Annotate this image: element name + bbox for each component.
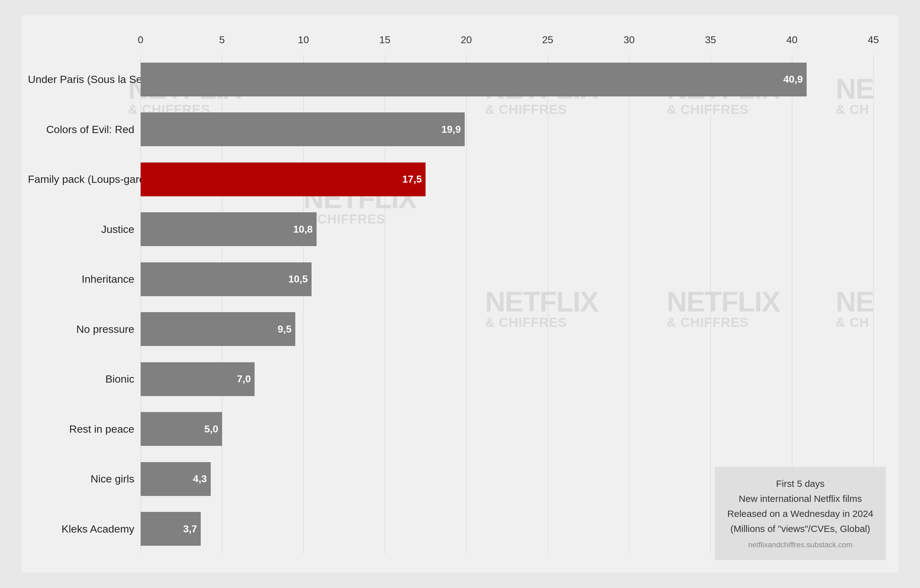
x-tick-35: 35 [705, 34, 716, 46]
x-tick-30: 30 [624, 34, 635, 46]
bar-value-4: 10,5 [288, 273, 308, 285]
bar-label-9: Kleks Academy [28, 523, 134, 535]
bar-label-1: Colors of Evil: Red [28, 123, 134, 136]
bar-wrapper-7: 5,0 [141, 412, 873, 446]
bar-2: 17,5 [141, 162, 426, 196]
bar-7: 5,0 [141, 412, 222, 446]
bar-value-6: 7,0 [237, 373, 251, 385]
bar-row-2: Family pack (Loups-garous)17,5 [141, 154, 873, 204]
x-tick-0: 0 [138, 34, 143, 46]
legend-box: First 5 days New international Netflix f… [715, 467, 886, 560]
bar-wrapper-0: 40,9 [141, 63, 873, 96]
bar-1: 19,9 [141, 112, 465, 146]
bar-value-3: 10,8 [293, 224, 313, 235]
bar-5: 9,5 [141, 312, 295, 346]
bar-value-5: 9,5 [278, 324, 292, 335]
bar-label-7: Rest in peace [28, 423, 134, 435]
x-axis-labels: 051015202530354045 [141, 34, 873, 51]
x-tick-10: 10 [298, 34, 309, 46]
bar-0: 40,9 [141, 63, 807, 96]
legend-line4: (Millions of "views"/CVEs, Global) [727, 521, 873, 536]
x-tick-45: 45 [868, 34, 879, 46]
bar-label-8: Nice girls [28, 473, 134, 485]
bar-label-0: Under Paris (Sous la Seine) [28, 73, 134, 86]
x-tick-5: 5 [219, 34, 225, 46]
bar-row-1: Colors of Evil: Red19,9 [141, 105, 873, 155]
bar-wrapper-6: 7,0 [141, 362, 873, 396]
bar-value-0: 40,9 [784, 74, 803, 85]
bar-row-5: No pressure9,5 [141, 305, 873, 355]
legend-line3: Released on a Wednesday in 2024 [727, 506, 873, 521]
chart-container: NETFLIX& CHIFFRES NETFLIX& CHIFFRES NETF… [22, 15, 898, 573]
bar-6: 7,0 [141, 362, 254, 396]
bar-label-5: No pressure [28, 323, 134, 335]
x-tick-20: 20 [461, 34, 472, 46]
bar-label-2: Family pack (Loups-garous) [28, 173, 134, 185]
bar-wrapper-2: 17,5 [141, 162, 873, 196]
bar-value-7: 5,0 [204, 423, 218, 435]
legend-line2: New international Netflix films [727, 491, 873, 506]
bar-4: 10,5 [141, 262, 312, 296]
bar-9: 3,7 [141, 512, 201, 546]
bar-row-4: Inheritance10,5 [141, 254, 873, 305]
bar-value-8: 4,3 [193, 473, 207, 485]
x-tick-25: 25 [542, 34, 553, 46]
bar-value-9: 3,7 [183, 523, 197, 535]
bar-wrapper-1: 19,9 [141, 112, 873, 146]
bar-wrapper-5: 9,5 [141, 312, 873, 346]
bar-value-2: 17,5 [402, 173, 422, 185]
legend-source: netflixandchiffres.substack.com [727, 539, 873, 551]
bar-3: 10,8 [141, 212, 317, 246]
x-tick-40: 40 [786, 34, 798, 46]
bar-row-0: Under Paris (Sous la Seine)40,9 [141, 55, 873, 105]
bar-wrapper-4: 10,5 [141, 262, 873, 296]
legend-line1: First 5 days [727, 476, 873, 491]
bar-label-4: Inheritance [28, 273, 134, 285]
bar-label-6: Bionic [28, 373, 134, 385]
bar-row-7: Rest in peace5,0 [141, 404, 873, 454]
bar-label-3: Justice [28, 223, 134, 235]
bar-wrapper-3: 10,8 [141, 212, 873, 246]
bar-8: 4,3 [141, 462, 211, 496]
bar-row-3: Justice10,8 [141, 204, 873, 254]
x-tick-15: 15 [379, 34, 390, 46]
bar-row-6: Bionic7,0 [141, 354, 873, 404]
bar-value-1: 19,9 [442, 124, 461, 135]
